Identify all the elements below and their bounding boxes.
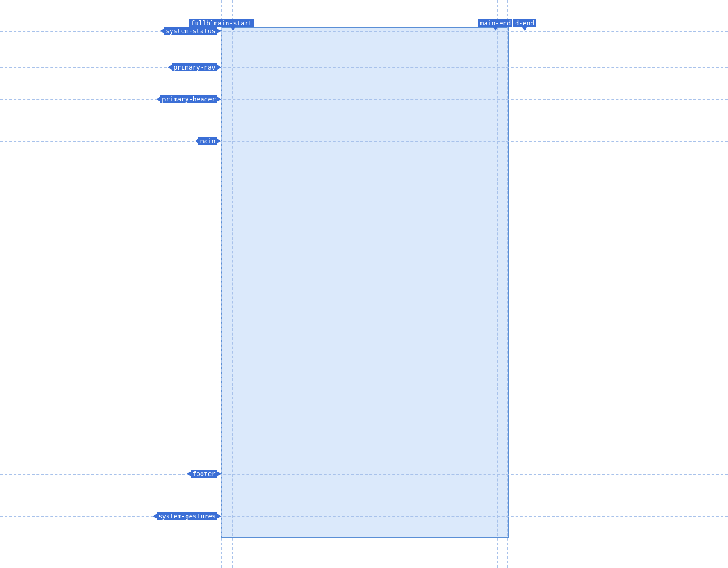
row-system-status-line: [0, 31, 728, 32]
row-primary-header-line: [0, 99, 728, 100]
col-fullbleed-start-line: [221, 0, 222, 568]
row-primary-nav-label: primary-nav: [172, 63, 217, 71]
col-main-end-line: [497, 0, 498, 568]
row-bottom-guide-line: [0, 538, 728, 538]
row-system-status-label: system-status: [164, 27, 217, 35]
grid-frame: [221, 27, 509, 538]
row-footer-label: footer: [191, 470, 217, 478]
col-main-start-line: [232, 0, 233, 568]
col-main-end-label: main-end: [478, 19, 512, 27]
row-system-gestures-label: system-gestures: [157, 512, 217, 520]
col-main-start-label: main-start: [212, 19, 254, 27]
row-footer-line: [0, 474, 728, 475]
col-fullbleed-end-label: d-end: [513, 19, 536, 27]
row-primary-nav-line: [0, 67, 728, 68]
row-system-gestures-line: [0, 516, 728, 517]
col-fullbleed-end-line: [507, 0, 508, 568]
row-main-label: main: [198, 137, 217, 145]
row-primary-header-label: primary-header: [160, 95, 217, 103]
row-main-line: [0, 141, 728, 142]
